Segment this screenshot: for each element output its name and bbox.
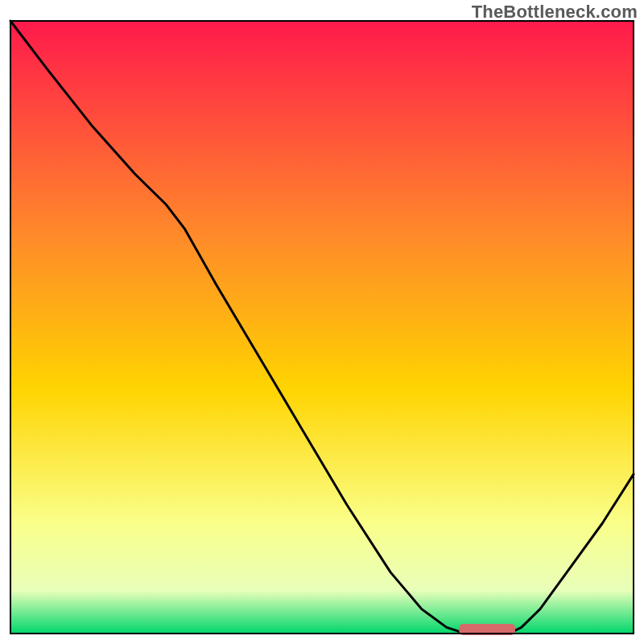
chart-container: TheBottleneck.com bbox=[0, 0, 644, 644]
bottleneck-curve-chart bbox=[0, 0, 644, 644]
plot-background bbox=[10, 21, 634, 634]
watermark-text: TheBottleneck.com bbox=[472, 2, 638, 23]
